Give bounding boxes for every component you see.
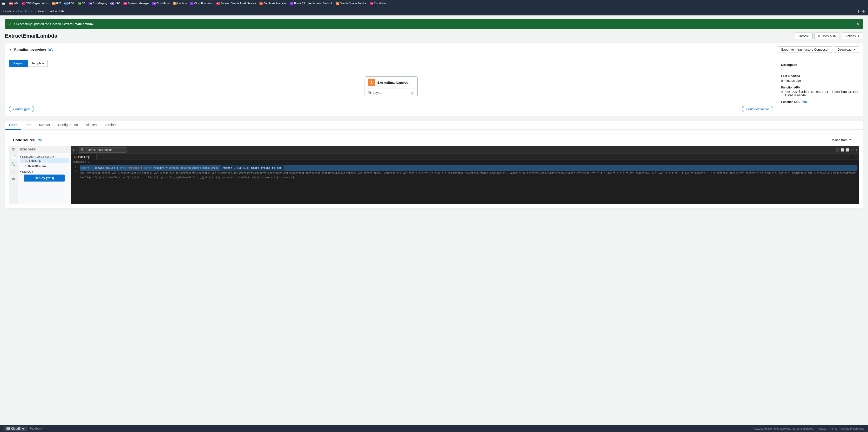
nav-ses-label: Amazon Simple Email Service xyxy=(221,2,256,5)
nav-bedrock[interactable]: B Amazon Bedrock xyxy=(307,1,334,5)
explorer-header: EXPLORER ··· xyxy=(18,146,71,153)
nav-ses[interactable]: SES Amazon Simple Email Service xyxy=(215,1,257,5)
page-header: ExtractEmailLambda Throttle ⧉ Copy ARN A… xyxy=(5,33,863,39)
success-icon: ✓ xyxy=(9,22,12,26)
code-tab-index-mjs[interactable]: JS index.mjs ✕ xyxy=(71,154,97,160)
layout-icon-1[interactable]: ⬛ xyxy=(835,148,839,152)
cloudfront-icon: CF xyxy=(152,2,156,5)
deploy-group-name[interactable]: ▾ DEPLOY xyxy=(20,170,69,173)
nav-codedeploy[interactable]: CD CodeDeploy xyxy=(87,1,108,5)
code-tab-close-icon[interactable]: ✕ xyxy=(92,156,94,158)
copy-icon: ⧉ xyxy=(818,34,820,38)
tab-aliases[interactable]: Aliases xyxy=(82,121,100,130)
tab-code[interactable]: Code xyxy=(5,121,21,130)
nav-vpc[interactable]: VPC VPC xyxy=(110,1,122,5)
editor-more-icon[interactable]: ··· xyxy=(854,155,857,159)
tab-versions[interactable]: Versions xyxy=(100,121,121,130)
nav-sqs[interactable]: SQ Simple Queue Service xyxy=(335,1,368,5)
upload-from-button[interactable]: Upload from ▼ xyxy=(827,137,855,143)
run-sidebar-icon[interactable]: ▷ xyxy=(12,169,15,173)
add-trigger-button[interactable]: + Add trigger xyxy=(9,106,34,112)
lambda-layers-row[interactable]: ⊞ Layers (0) xyxy=(365,89,417,97)
explorer-sidebar-icon[interactable]: ☰ xyxy=(12,148,15,152)
lambda-node[interactable]: λ ExtractEmailLambda ⊞ Layers (0) xyxy=(365,76,417,97)
code-source-card: Code source Info Upload from ▼ ☰ 📄 xyxy=(9,133,859,205)
nav-ec2[interactable]: EC2 EC2 xyxy=(51,1,62,5)
layout-icon-4[interactable]: ⊞ xyxy=(850,148,853,152)
description-value: - xyxy=(781,67,859,71)
nav-s3[interactable]: S3 S3 xyxy=(77,1,86,5)
nav-sm[interactable]: SM Systems Manager xyxy=(122,1,150,5)
code-source-title: Code source xyxy=(13,138,35,142)
org-icon: O xyxy=(22,2,25,5)
sm-icon: SM xyxy=(123,2,127,5)
deploy-button[interactable]: Deploy (⌥U) xyxy=(24,175,65,182)
file-index-mjs-map[interactable]: ≈ index.mjs.map xyxy=(20,163,69,168)
layout-icon-5[interactable]: ⊟ xyxy=(855,148,857,152)
breadcrumb-root[interactable]: Lambda xyxy=(3,9,14,13)
function-url-info-badge[interactable]: Info xyxy=(802,100,807,104)
code-source-info-badge[interactable]: Info xyxy=(37,138,42,142)
top-nav: ☰ IAM IAM O AWS Organizations EC2 EC2 RD… xyxy=(0,0,868,7)
editor-layout-icons: ⬛ ⬜ ⬜ ⊞ ⊟ xyxy=(835,148,857,152)
cfn-icon: C xyxy=(190,2,193,5)
settings-icon[interactable]: ⚙ xyxy=(862,9,865,13)
editor-toolbar: ‹ › 🔍 ExtractEmailLambda ⬛ ⬜ ⬜ ⊞ xyxy=(71,146,859,154)
nav-rds-label: RDS xyxy=(69,2,74,5)
nav-lambda[interactable]: λ Lambda xyxy=(172,1,188,5)
search-sidebar-icon[interactable]: 🔍 xyxy=(11,162,16,166)
layout-icon-3[interactable]: ⬜ xyxy=(845,148,849,152)
explorer-group-name[interactable]: ▾ EXTRACTEMAILLAMBDA xyxy=(20,155,69,158)
nav-cf-label: CloudFront xyxy=(156,2,169,5)
collapse-icon[interactable]: ▼ xyxy=(9,48,12,51)
download-button[interactable]: Download ▼ xyxy=(834,46,859,53)
breadcrumb-functions[interactable]: Functions xyxy=(18,9,32,13)
split-editor-icon[interactable]: ⊞ xyxy=(850,155,853,159)
tab-monitor[interactable]: Monitor xyxy=(35,121,54,130)
layout-icon-2[interactable]: ⬜ xyxy=(840,148,844,152)
explorer-new-file-icon[interactable]: ··· xyxy=(66,148,68,151)
nav-cw[interactable]: CW CloudWatch xyxy=(369,1,390,5)
code-content: import { createRequire } from 'module'; … xyxy=(78,164,859,204)
tab-configuration[interactable]: Configuration xyxy=(54,121,82,130)
editor-back-button[interactable]: ‹ xyxy=(73,148,74,152)
tab-test[interactable]: Test xyxy=(21,121,35,130)
file-name-index-mjs-map: index.mjs.map xyxy=(28,164,46,167)
file-index-mjs[interactable]: JS index.mjs xyxy=(20,158,69,163)
copy-arn-button[interactable]: ⧉ Copy ARN xyxy=(814,33,840,39)
info-circle-icon[interactable]: ℹ xyxy=(858,9,859,13)
amazon-q-tip: Amazon Q Tip 1/3: Start typing to get xyxy=(220,165,284,171)
editor-search-bar[interactable]: 🔍 ExtractEmailLambda xyxy=(79,147,127,153)
code-lines[interactable]: 1 2 import { createRequire } from 'modul… xyxy=(71,164,859,204)
export-to-composer-button[interactable]: Export to Infrastructure Composer xyxy=(778,46,832,53)
arn-copy-icon[interactable]: ⧉ xyxy=(781,90,783,94)
function-overview-header: ▼ Function overview Info Export to Infra… xyxy=(5,43,863,56)
actions-button[interactable]: Actions ▼ xyxy=(842,33,863,39)
ec2-icon: EC2 xyxy=(52,2,56,5)
nav-cfn[interactable]: C CloudFormation xyxy=(189,1,214,5)
banner-close-button[interactable]: ✕ xyxy=(856,22,859,26)
nav-iam[interactable]: IAM IAM xyxy=(8,1,20,5)
nav-org[interactable]: O AWS Organizations xyxy=(21,1,50,5)
nav-cloudfront[interactable]: CF CloudFront xyxy=(151,1,171,5)
breadcrumb: Lambda › Functions › ExtractEmailLambda xyxy=(3,9,65,13)
explorer-tree: ▾ EXTRACTEMAILLAMBDA JS index.mjs ≈ inde… xyxy=(18,153,71,204)
nav-cert[interactable]: 🔒 Certificate Manager xyxy=(258,1,288,5)
nav-r53[interactable]: R Route 53 xyxy=(289,1,306,5)
extensions-sidebar-icon[interactable]: ⊞ xyxy=(12,177,15,181)
throttle-button[interactable]: Throttle xyxy=(795,33,812,39)
hamburger-icon[interactable]: ☰ xyxy=(2,1,5,6)
function-overview-info-badge[interactable]: Info xyxy=(49,48,53,51)
template-tab[interactable]: Template xyxy=(28,60,48,67)
nav-bedrock-label: Amazon Bedrock xyxy=(312,2,333,5)
add-destination-button[interactable]: + Add destination xyxy=(742,106,773,112)
chevron-right-icon: ▾ xyxy=(20,170,21,173)
files-sidebar-icon[interactable]: 📄 xyxy=(11,155,16,159)
diagram-tab[interactable]: Diagram xyxy=(9,60,28,67)
editor-forward-button[interactable]: › xyxy=(76,148,77,152)
nav-codedeploy-label: CodeDeploy xyxy=(93,2,107,5)
nav-rds[interactable]: RDS RDS xyxy=(64,1,76,5)
code-line-2: var Q9e=Object.create;var kl=Object.defi… xyxy=(80,171,857,180)
layers-count: (0) xyxy=(411,91,414,94)
view-tabs: Diagram Template xyxy=(9,60,773,67)
